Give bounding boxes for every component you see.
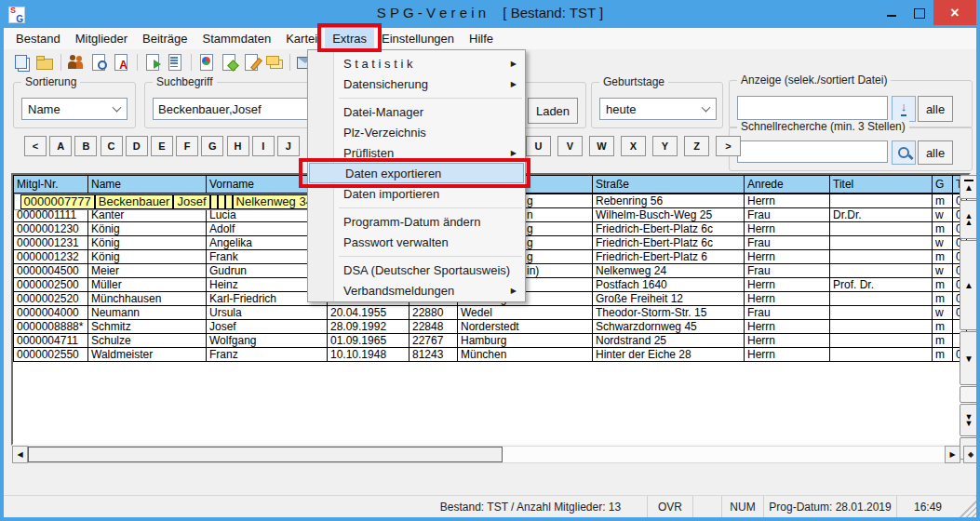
alphabet-button[interactable]: > [716, 136, 741, 156]
alphabet-button[interactable]: V [557, 136, 583, 156]
page-up-button[interactable] [960, 200, 978, 239]
table-row[interactable]: 0000004000 Neumann Ursula 20.04.1955 228… [14, 306, 967, 320]
menu-item-daten-exportieren[interactable]: Daten exportieren ▶ [309, 163, 524, 183]
next-record-button[interactable] [960, 331, 978, 385]
scroll-right-button[interactable]: ▶ [945, 446, 960, 463]
cell-anrede: Herrn [745, 348, 830, 362]
resize-grip[interactable] [959, 496, 976, 518]
list-report-icon[interactable] [165, 52, 185, 73]
alphabet-button[interactable]: A [49, 136, 72, 156]
menu-separator[interactable]: ▶ [308, 204, 525, 211]
schnellrecherche-alle-button[interactable]: alle [918, 140, 953, 165]
menu-item-passwort-verwalten[interactable]: Passwort verwalten ▶ [308, 232, 525, 252]
menu-item-verbandsmeldungen[interactable]: Verbandsmeldungen ▶ [308, 280, 525, 301]
alphabet-button[interactable]: I [252, 136, 275, 156]
alphabet-button[interactable]: B [74, 136, 97, 156]
cell-titel [830, 334, 933, 348]
menubar-item-hilfe[interactable]: Hilfe [462, 28, 501, 49]
alphabet-button[interactable]: E [151, 136, 173, 156]
font-format-icon[interactable] [111, 52, 131, 73]
page-down-button[interactable] [960, 404, 978, 436]
anzeige-label: Anzeige (selek./sortiert Datei) [737, 73, 891, 87]
table-row[interactable]: 0000008888* Schmitz Josef 28.09.1992 228… [14, 320, 967, 334]
submenu-arrow-icon: ▶ [511, 60, 517, 68]
alphabet-button[interactable]: W [589, 136, 614, 156]
alphabet-button[interactable]: J [277, 136, 300, 156]
search-button[interactable] [892, 140, 916, 165]
preview-document-icon[interactable] [88, 52, 109, 73]
export-document-icon[interactable] [219, 52, 239, 73]
load-selected-button[interactable]: ↓ [892, 96, 916, 122]
column-header[interactable]: Anrede [745, 176, 830, 194]
alphabet-button[interactable]: Y [652, 136, 678, 156]
menu-separator[interactable]: ▶ [308, 94, 525, 101]
column-header[interactable]: Straße [593, 176, 745, 194]
alphabet-button[interactable]: H [227, 136, 249, 156]
alphabet-button[interactable]: F [176, 136, 198, 156]
horizontal-scrollbar[interactable]: ◀ ▶ [12, 446, 960, 463]
alphabet-button[interactable]: X [621, 136, 646, 156]
anzeige-alle-button[interactable]: alle [918, 96, 953, 122]
geburtstage-select[interactable]: heute [599, 98, 717, 120]
menu-item-dsa[interactable]: DSA (Deutscher Sportausweis) ▶ [308, 260, 525, 280]
menu-item-label: Daten exportieren [345, 167, 441, 180]
scrollbar-thumb[interactable] [28, 447, 503, 462]
table-row[interactable]: 0000004711 Schulze Wolfgang 01.09.1965 2… [14, 334, 967, 348]
column-header[interactable]: G [933, 176, 953, 194]
suchbegriff-input[interactable] [153, 98, 315, 120]
scroll-left-button[interactable]: ◀ [12, 446, 28, 463]
download-arrow-icon: ↓ [901, 101, 907, 116]
cell-plz: 22767 [409, 334, 458, 348]
open-folder-icon[interactable] [34, 52, 55, 73]
import-document-icon[interactable] [142, 52, 163, 73]
laden-button[interactable]: Laden [528, 98, 578, 124]
statusbar-spacer [4, 496, 414, 518]
alphabet-button[interactable]: D [126, 136, 148, 156]
column-header[interactable]: Mitgl-Nr. [14, 176, 88, 194]
cell-name: Münchhausen [88, 292, 207, 306]
menu-item-statistik[interactable]: S t a t i s t i k ▶ [308, 53, 525, 73]
menu-separator[interactable]: ▶ [308, 252, 525, 260]
minimize-button[interactable] [878, 0, 906, 25]
menubar-item-kartei[interactable]: Kartei [278, 28, 325, 49]
alphabet-button[interactable]: Z [684, 136, 709, 156]
sortierung-select[interactable]: Name [21, 98, 128, 120]
menu-item-pruleflisten[interactable]: Prüflisten ▶ [308, 142, 525, 163]
edit-document-icon[interactable] [241, 52, 262, 73]
anzeige-input[interactable] [737, 96, 888, 120]
sortierung-group: Sortierung Name [13, 82, 136, 128]
card-index-icon[interactable] [263, 52, 284, 73]
alphabet-button[interactable]: U [526, 136, 551, 156]
scrollbar-track[interactable] [28, 446, 945, 463]
menu-item-daten-importieren[interactable]: Daten importieren ▶ [308, 183, 525, 204]
menubar-item-einstellungen[interactable]: Einstellungen [374, 28, 462, 49]
menubar-item-bestand[interactable]: Bestand [8, 28, 68, 49]
menubar-item-beitraege[interactable]: Beiträge [135, 28, 195, 49]
maximize-button[interactable] [906, 0, 933, 25]
alphabet-button[interactable]: C [101, 136, 123, 156]
previous-record-button[interactable] [960, 240, 978, 330]
first-record-button[interactable] [960, 175, 978, 199]
menu-item-datei-manager[interactable]: Datei-Manager ▶ [308, 101, 525, 122]
nav-spacer[interactable] [960, 386, 978, 403]
menubar-item-stammdaten[interactable]: Stammdaten [195, 28, 278, 49]
menubar-item-mitglieder[interactable]: Mitglieder [68, 28, 135, 49]
menu-item-datensicherung[interactable]: Datensicherung ▶ [308, 73, 525, 94]
menu-item-plz-verzeichnis[interactable]: Plz-Verzeichnis ▶ [308, 122, 525, 142]
column-header[interactable]: Titel [830, 176, 933, 194]
table-row[interactable]: 0000002550 Waldmeister Franz 10.10.1948 … [14, 348, 967, 362]
window-controls: × [878, 0, 976, 25]
alphabet-button[interactable]: < [24, 136, 47, 156]
statistics-document-icon[interactable] [196, 52, 217, 73]
cell-strasse: Friedrich-Ebert-Platz 6c [593, 222, 745, 236]
copy-pages-icon[interactable] [12, 52, 33, 73]
menubar-item-extras[interactable]: Extras [325, 28, 374, 49]
alphabet-button[interactable]: G [201, 136, 223, 156]
members-icon[interactable] [66, 52, 87, 73]
menu-item-programm-datum-aendern[interactable]: Programm-Datum ändern ▶ [308, 211, 525, 232]
cell-mitgl-nr: 0000007777 [20, 194, 95, 209]
column-header[interactable]: Name [88, 176, 207, 194]
toolbar-separator [286, 52, 293, 73]
schnellrecherche-input[interactable] [737, 140, 888, 163]
close-button[interactable]: × [933, 0, 976, 25]
